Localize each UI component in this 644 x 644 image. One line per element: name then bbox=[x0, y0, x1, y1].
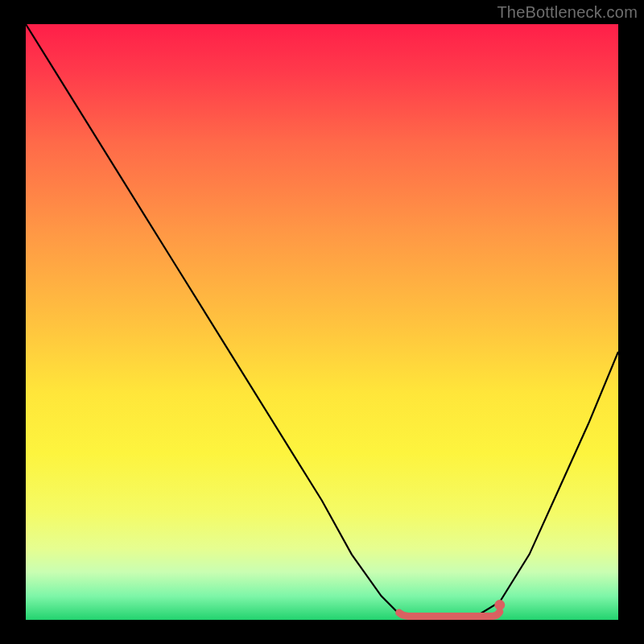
chart-plot-area bbox=[26, 24, 618, 620]
optimal-region-marker bbox=[399, 612, 500, 617]
marker-dot-icon bbox=[494, 600, 505, 610]
watermark-text: TheBottleneck.com bbox=[497, 3, 638, 22]
bottleneck-curve bbox=[26, 24, 618, 620]
chart-svg bbox=[26, 24, 618, 620]
chart-frame: TheBottleneck.com bbox=[0, 0, 644, 644]
